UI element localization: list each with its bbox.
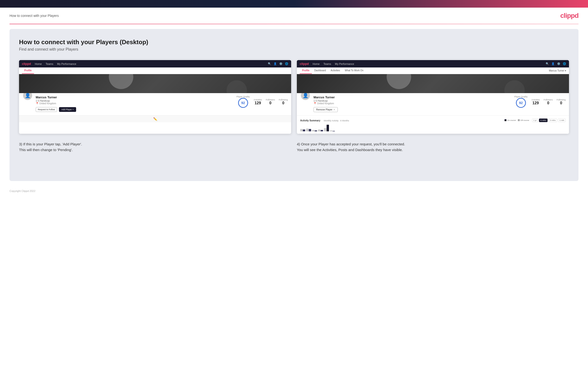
left-profile-details: Marcus Turner 1-5 Handicap 📍 United King…: [36, 95, 233, 112]
header-divider: [9, 24, 579, 24]
right-followers-label: Followers: [544, 99, 553, 101]
right-nav-myperformance[interactable]: My Performance: [335, 62, 354, 65]
left-profile-banner: [19, 74, 291, 93]
bar-group-6: [330, 130, 335, 131]
bar-off-6: [330, 130, 332, 131]
remove-player-button[interactable]: Remove Player ✕: [313, 107, 338, 112]
top-bar: [0, 0, 588, 8]
activity-summary: Activity Summary Monthly Activity · 6 Mo…: [297, 116, 569, 134]
left-stats-row: Player Quality 92 Activities 129 Followe…: [236, 95, 288, 108]
left-player-handicap: 1-5 Handicap: [36, 100, 233, 102]
request-follow-button[interactable]: Request to Follow: [36, 107, 57, 112]
right-app-logo: clippd: [300, 62, 309, 66]
tab-activities-right[interactable]: Activities: [328, 67, 342, 74]
bar-off-1: [300, 129, 303, 131]
activity-labels: Activity Summary Monthly Activity · 6 Mo…: [300, 118, 349, 122]
filter-3mths[interactable]: 3 mths: [548, 118, 557, 122]
right-activities-value: 129: [531, 101, 540, 105]
tab-profile-left[interactable]: Profile: [22, 67, 34, 74]
left-nav-myperformance[interactable]: My Performance: [57, 62, 76, 65]
right-player-name: Marcus Turner: [313, 95, 511, 99]
right-profile-info: 👤 Marcus Turner 1-5 Handicap 📍 United Ki…: [297, 93, 569, 116]
left-app-nav: clippd Home Teams My Performance 🔍 👤 ⚙️ …: [19, 60, 291, 67]
right-location-pin-icon: 📍: [313, 102, 316, 105]
main-content: How to connect with your Players (Deskto…: [9, 29, 579, 181]
description-right: 4) Once your Player has accepted your re…: [297, 141, 569, 153]
right-activities-label: Activities: [531, 99, 540, 101]
left-activities-stat: Activities 129: [254, 99, 262, 105]
right-globe-icon[interactable]: 🌐: [563, 62, 566, 65]
right-following-label: Following: [557, 99, 566, 101]
left-followers-label: Followers: [266, 99, 275, 101]
left-tab-bar: Profile: [19, 67, 291, 74]
left-quality-stat: Player Quality 92: [236, 95, 250, 108]
add-player-button[interactable]: Add Player +: [59, 107, 76, 112]
right-quality-circle: 92: [516, 98, 526, 108]
remove-x-icon: ✕: [333, 108, 335, 111]
tab-whattoworkon-right[interactable]: What To Work On: [343, 67, 366, 74]
description-left: 3) If this is your Player tap, 'Add Play…: [19, 141, 291, 153]
right-app-nav: clippd Home Teams My Performance 🔍 👤 ⚙️ …: [297, 60, 569, 67]
left-player-location: 📍 United Kingdom: [36, 102, 233, 105]
left-followers-stat: Followers 0: [266, 99, 275, 105]
off-course-legend: Off course: [518, 119, 529, 121]
right-action-buttons: Remove Player ✕: [313, 107, 511, 112]
header: How to connect with your Players clippd: [0, 8, 588, 24]
right-quality-stat: Player Quality 92: [514, 95, 527, 108]
search-icon[interactable]: 🔍: [268, 62, 271, 65]
right-settings-icon[interactable]: ⚙️: [557, 62, 560, 65]
header-title: How to connect with your Players: [9, 14, 59, 17]
left-nav-teams[interactable]: Teams: [46, 62, 53, 65]
settings-icon[interactable]: ⚙️: [279, 62, 283, 65]
description-left-text: 3) If this is your Player tap, 'Add Play…: [19, 141, 291, 153]
activity-controls: On course Off course 1 yr 6 mths 3 mths: [504, 118, 566, 122]
left-quality-label: Player Quality: [236, 95, 250, 98]
activity-header: Activity Summary Monthly Activity · 6 Mo…: [300, 118, 566, 122]
left-followers-value: 0: [266, 101, 275, 105]
left-following-value: 0: [279, 101, 288, 105]
left-nav-home[interactable]: Home: [35, 62, 42, 65]
left-quality-circle: 92: [238, 98, 248, 108]
screenshots-row: clippd Home Teams My Performance 🔍 👤 ⚙️ …: [19, 60, 569, 134]
left-action-buttons: Request to Follow Add Player +: [36, 107, 233, 112]
left-profile-info: 👤 Marcus Turner 1-5 Handicap 📍 United Ki…: [19, 93, 291, 115]
right-player-location: 📍 United Kingdom: [313, 102, 511, 105]
right-nav-icons: 🔍 👤 ⚙️ 🌐: [546, 62, 566, 65]
tab-dashboard-right[interactable]: Dashboard: [312, 67, 328, 74]
right-nav-home[interactable]: Home: [312, 62, 320, 65]
description-right-text: 4) Once your Player has accepted your re…: [297, 141, 569, 153]
bar-group-1: [300, 129, 305, 131]
right-followers-value: 0: [544, 101, 553, 105]
right-avatar-icon: 👤: [303, 93, 309, 98]
left-activities-label: Activities: [254, 99, 262, 101]
footer: Copyright Clippd 2022: [0, 186, 588, 196]
filter-6mths[interactable]: 6 mths: [539, 118, 548, 122]
tab-profile-right[interactable]: Profile: [300, 67, 312, 74]
page-heading: How to connect with your Players (Deskto…: [19, 39, 569, 46]
filter-1yr[interactable]: 1 yr: [532, 118, 538, 122]
right-following-value: 0: [557, 101, 566, 105]
bar-on-1: [303, 129, 305, 131]
bar-on-2: [309, 129, 311, 131]
location-pin-icon: 📍: [36, 102, 39, 105]
right-activities-stat: Activities 129: [531, 99, 540, 105]
right-user-icon[interactable]: 👤: [551, 62, 555, 65]
right-profile-details: Marcus Turner 1-5 Handicap 📍 United King…: [313, 95, 511, 112]
left-avatar-icon: 👤: [25, 93, 31, 98]
bar-group-2: [306, 128, 311, 131]
time-filters: 1 yr 6 mths 3 mths 1 mth: [532, 118, 566, 122]
filter-1mth[interactable]: 1 mth: [558, 118, 566, 122]
tab-username-right[interactable]: Marcus Turner ▾: [549, 69, 566, 72]
right-profile-banner: [297, 74, 569, 93]
screenshot-left: clippd Home Teams My Performance 🔍 👤 ⚙️ …: [19, 60, 291, 134]
globe-icon[interactable]: 🌐: [285, 62, 288, 65]
left-nav-icons: 🔍 👤 ⚙️ 🌐: [268, 62, 288, 65]
right-search-icon[interactable]: 🔍: [546, 62, 549, 65]
activity-chart: [300, 124, 566, 131]
page-subheading: Find and connect with your Players: [19, 47, 569, 51]
logo: clippd: [560, 12, 579, 19]
bar-on-6: [333, 131, 335, 131]
user-icon[interactable]: 👤: [274, 62, 277, 65]
right-nav-teams[interactable]: Teams: [323, 62, 331, 65]
scroll-icon: ✏️: [153, 117, 157, 121]
